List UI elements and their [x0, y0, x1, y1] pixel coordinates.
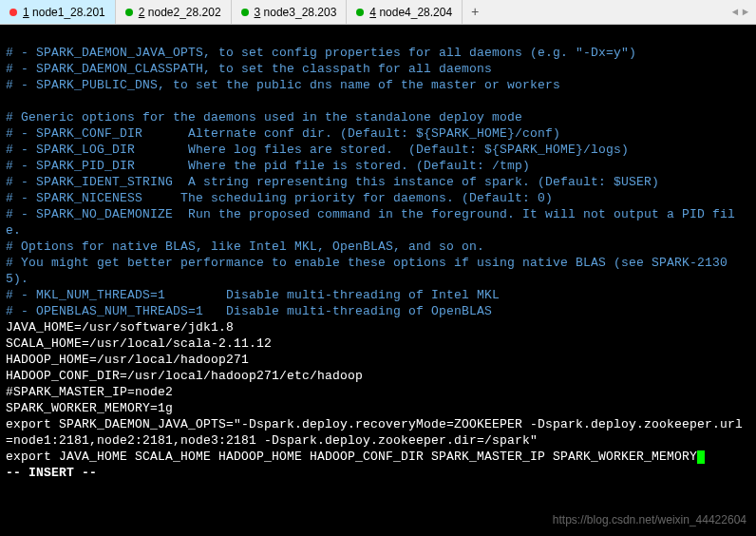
editor-line: # - SPARK_PID_DIR Where the pid file is …	[6, 159, 530, 173]
tab-num: 1 node1_28.201	[23, 6, 105, 19]
editor-line: HADOOP_HOME=/usr/local/hadoop271	[6, 353, 249, 367]
editor-line: export JAVA_HOME SCALA_HOME HADOOP_HOME …	[6, 450, 697, 464]
editor-line: export SPARK_DAEMON_JAVA_OPTS="-Dspark.d…	[6, 417, 743, 448]
status-dot-icon	[356, 9, 364, 16]
cursor	[697, 450, 705, 464]
nav-left-icon[interactable]: ◄	[730, 7, 741, 18]
editor-line: SPARK_WORKER_MEMORY=1g	[6, 401, 173, 415]
tab-bar: 1 node1_28.201 2 node2_28.202 3 node3_28…	[0, 0, 756, 25]
editor-line: # - SPARK_DAEMON_CLASSPATH, to set the c…	[6, 62, 492, 76]
editor-line: # - SPARK_NICENESS The scheduling priori…	[6, 191, 553, 205]
editor-line: # - SPARK_PUBLIC_DNS, to set the public …	[6, 78, 560, 92]
editor-line: # - SPARK_LOG_DIR Where log files are st…	[6, 143, 629, 157]
watermark: https://blog.csdn.net/weixin_44422604	[553, 513, 747, 526]
tab-num: 3 node3_28.203	[255, 6, 337, 19]
tab-nav: ◄ ►	[725, 0, 756, 24]
tab-num: 2 node2_28.202	[139, 6, 221, 19]
editor-line: # - SPARK_NO_DAEMONIZE Run the proposed …	[6, 207, 735, 238]
add-tab-button[interactable]: +	[463, 0, 487, 24]
tab-num: 4 node4_28.204	[369, 6, 452, 19]
tab-node2[interactable]: 2 node2_28.202	[116, 0, 232, 24]
status-dot-icon	[241, 9, 249, 16]
editor-line: # Options for native BLAS, like Intel MK…	[6, 239, 484, 254]
editor-line: #SPARK_MASTER_IP=node2	[6, 385, 173, 399]
editor-line: # - SPARK_CONF_DIR Alternate conf dir. (…	[6, 126, 560, 141]
tab-node1[interactable]: 1 node1_28.201	[0, 0, 116, 24]
vim-mode-status: -- INSERT --	[6, 466, 97, 480]
editor-line: HADOOP_CONF_DIR=/usr/local/hadoop271/etc…	[6, 369, 363, 383]
tab-node4[interactable]: 4 node4_28.204	[347, 0, 463, 24]
editor-line: SCALA_HOME=/usr/local/scala-2.11.12	[6, 336, 272, 351]
editor-line: # You might get better performance to en…	[6, 256, 728, 286]
editor-line: # Generic options for the daemons used i…	[6, 110, 522, 124]
editor-line: # - SPARK_IDENT_STRING A string represen…	[6, 175, 659, 189]
terminal-editor[interactable]: # - SPARK_DAEMON_JAVA_OPTS, to set confi…	[0, 25, 756, 485]
status-dot-icon	[125, 9, 133, 16]
status-dot-icon	[9, 9, 17, 16]
tab-node3[interactable]: 3 node3_28.203	[232, 0, 348, 24]
editor-line: # - OPENBLAS_NUM_THREADS=1 Disable multi…	[6, 304, 492, 318]
nav-right-icon[interactable]: ►	[740, 7, 750, 18]
editor-line: # - MKL_NUM_THREADS=1 Disable multi-thre…	[6, 288, 500, 302]
editor-line: # - SPARK_DAEMON_JAVA_OPTS, to set confi…	[6, 46, 636, 60]
editor-line: JAVA_HOME=/usr/software/jdk1.8	[6, 320, 234, 335]
